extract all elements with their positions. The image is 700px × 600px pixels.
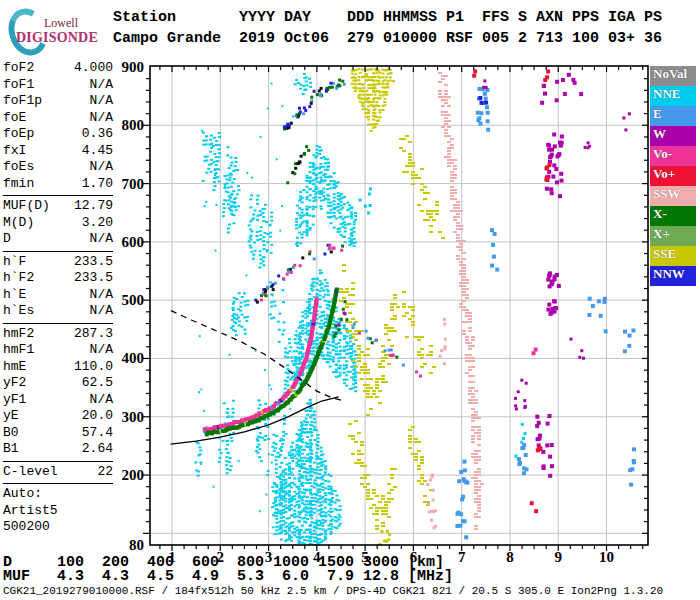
legend-item-sse: SSE [650, 246, 696, 266]
legend-item-nne: NNE [650, 86, 696, 106]
svg-text:200: 200 [122, 467, 145, 483]
svg-text:8: 8 [506, 549, 514, 565]
legend-item-noval: NoVal [650, 66, 696, 86]
svg-text:800: 800 [122, 117, 145, 133]
svg-text:10: 10 [599, 549, 614, 565]
muf-distance-table: D 100 200 400 600 800 1000 1500 3000 [km… [3, 556, 453, 584]
svg-text:400: 400 [122, 350, 145, 366]
ionogram-screen: Lowell DIGISONDE Station YYYY DAY DDD HH… [0, 0, 700, 600]
legend-item-e: E [650, 106, 696, 126]
legend-item-vo: Vo- [650, 146, 696, 166]
axes [143, 66, 648, 551]
svg-text:500: 500 [122, 292, 145, 308]
svg-text:7: 7 [458, 549, 466, 565]
file-info-line: CGK21_2019279010000.RSF / 184fx512h 50 k… [3, 585, 663, 597]
svg-text:900: 900 [122, 59, 145, 75]
legend-item-x: X- [650, 206, 696, 226]
grid-lines [150, 66, 648, 545]
svg-text:9: 9 [554, 549, 562, 565]
direction-color-legend: NoValNNEEWVo-Vo+SSWX-X+SSENNW [650, 66, 696, 286]
svg-text:80: 80 [129, 537, 144, 553]
svg-text:300: 300 [122, 409, 145, 425]
svg-text:700: 700 [122, 176, 145, 192]
svg-text:600: 600 [122, 234, 145, 250]
legend-item-ssw: SSW [650, 186, 696, 206]
echo-points [194, 63, 636, 547]
legend-item-nnw: NNW [650, 266, 696, 286]
legend-item-x: X+ [650, 226, 696, 246]
true-height-profile [171, 311, 342, 445]
legend-item-vo: Vo+ [650, 166, 696, 186]
ionogram-plot: 1234567891090080070060050040030020080 [0, 0, 700, 600]
muf-row: MUF 4.3 4.3 4.5 4.9 5.3 6.0 7.9 12.8 [MH… [3, 568, 453, 585]
legend-item-w: W [650, 126, 696, 146]
